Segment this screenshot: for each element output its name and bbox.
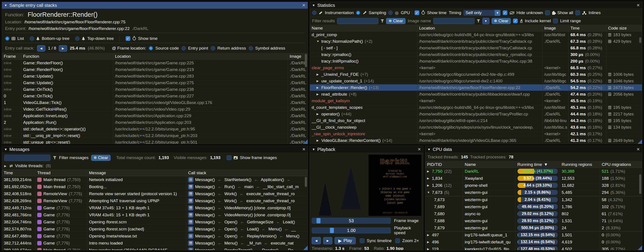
table-row[interactable]: 7,689wezterm-gui49.46 ms (0.20%)1,786102… [425, 203, 642, 210]
close-icon[interactable]: ✕ [302, 147, 306, 152]
table-row[interactable]: 382,449,712nsGame(7,776)VRAM 37x45: 13 +… [2, 204, 308, 212]
radio-list[interactable] [5, 36, 10, 41]
filter-results-input[interactable] [337, 18, 378, 24]
view-mode-top-down[interactable]: Top-down tree [75, 36, 114, 41]
cpu-table-header[interactable]: PID/TIDNameRunning time ▼Running regions… [425, 161, 642, 168]
frame-image-slider[interactable]: 53 [312, 218, 391, 224]
table-row[interactable]: 1VideoGLBase::Tick()/home/wolf/darkrl/sr… [2, 99, 308, 106]
table-row[interactable]: ▶1,834Xwayland9.57 s (39.44%)12,553188(1… [425, 175, 642, 182]
show-time-checkbox[interactable]: ✓ [126, 36, 130, 41]
next-call-stack-button[interactable]: ▶ [59, 45, 67, 52]
column-header[interactable]: Running regions [560, 162, 600, 168]
expand-icon[interactable]: ▶ [4, 164, 7, 168]
playback-speed-slider[interactable]: 1.00 [312, 227, 391, 234]
table-row[interactable]: 381,559,214nsMain thread(7,750)Network i… [2, 176, 308, 183]
prev-frame-button[interactable]: ◀ [312, 237, 321, 244]
samples-scrollbar[interactable] [305, 54, 307, 67]
inlines-toggle[interactable]: ✓ Inlines [575, 10, 600, 15]
column-header[interactable]: Frame [2, 53, 21, 60]
cpu-titlebar[interactable]: ▼ CPU data ✕ [425, 146, 642, 153]
table-row[interactable]: 7,679wezterm-gui500.94 µs (0.00%)242(8.3… [425, 224, 642, 232]
visible-threads-label[interactable]: Visible threads: [15, 164, 44, 168]
statistics-scrollbar[interactable] [639, 37, 641, 43]
table-row[interactable]: ▶read_attribute(+8)/home/wolf/darkrl/con… [310, 91, 642, 98]
table-row[interactable]: 7,673wezterm-gui2.04 s (8.41%)1,34258(4.… [425, 196, 642, 203]
cpu-scrollbar[interactable] [639, 174, 641, 194]
column-header[interactable]: Function [21, 53, 113, 60]
radio-entry-point[interactable] [182, 46, 186, 50]
radio-instrumentation[interactable] [312, 10, 316, 15]
radio-top-down[interactable] [75, 36, 80, 41]
message-icon[interactable] [188, 226, 194, 232]
column-header[interactable]: Location [417, 25, 542, 31]
expand-icon[interactable]: ▼ [316, 40, 320, 43]
message-icon[interactable] [188, 240, 194, 246]
next-frame-button[interactable]: ▶ [323, 237, 332, 244]
messages-titlebar[interactable]: ▼ Messages ✕ [2, 146, 308, 153]
column-header[interactable]: Name [310, 25, 417, 31]
table-row[interactable]: tracy::rpmalloc()/home/wolf/darkrl/contr… [310, 51, 642, 58]
close-icon[interactable]: ✕ [302, 3, 306, 8]
message-icon[interactable] [188, 191, 194, 196]
expand-icon[interactable]: ▶ [427, 170, 430, 173]
mode-sampling[interactable]: Sampling [356, 10, 386, 15]
message-filter-input[interactable] [4, 155, 50, 161]
table-row[interactable]: 382,481,766nsGame(7,776)VRAM 43x45: 15 +… [2, 212, 308, 218]
table-row[interactable]: _raw_spin_unlock_irqrestore<kernel><kern… [310, 131, 642, 137]
hide-unknown-checkbox[interactable]: ✓ [502, 10, 508, 15]
table-row[interactable]: 382,428,269nsRemoteView(7,775)Attempting… [2, 197, 308, 204]
table-row[interactable]: ▶operator()(+44)/home/wolf/darkrl/contri… [310, 111, 642, 118]
sync-timeline-checkbox[interactable]: ✓ [360, 238, 364, 243]
entry-point-value[interactable]: /home/wolf/darkrl/src/game/floor/FloorRe… [28, 26, 130, 31]
collapse-icon[interactable]: ▼ [428, 148, 430, 151]
table-row[interactable]: ▶119kworker/u17:0+i915_flip127.48 ms (0.… [425, 246, 642, 250]
message-icon[interactable] [188, 248, 194, 250]
table-row[interactable]: inlineGame::OnTick()/home/wolf/darkrl/sr… [2, 86, 308, 93]
statistics-resize-grip[interactable] [638, 140, 642, 144]
funnel-icon[interactable] [477, 20, 480, 22]
table-row[interactable]: ▶uw_update_context_1(+14)/usr/src/debug/… [310, 78, 642, 84]
frame-location-entry-point[interactable]: Entry point [182, 46, 208, 51]
message-icon[interactable] [188, 205, 194, 210]
table-row[interactable]: clear_page_erms<kernel><kernel>66.5 ms(0… [310, 64, 642, 71]
message-icon[interactable] [188, 220, 194, 225]
table-row[interactable]: 381,692,052nsMain thread(7,750)Booting..… [2, 183, 308, 190]
column-header[interactable]: Message [87, 170, 186, 176]
show-all-toggle[interactable]: ✓ Show all [545, 10, 573, 15]
clear-filter-button[interactable]: ⊗Clear [386, 18, 406, 24]
table-row[interactable]: 2Application::Run()/home/wolf/darkrl/src… [2, 119, 308, 126]
expand-icon[interactable]: ▶ [427, 177, 430, 180]
table-row[interactable]: inlinestd::unique_ptr<>::reset()/usr/inc… [2, 139, 308, 144]
table-row[interactable]: ▶496irq/175-iwlwifi:default_qu132.14 ms … [425, 238, 642, 246]
expand-icon[interactable]: ▶ [427, 233, 430, 236]
column-header[interactable]: PID/TID [425, 162, 463, 168]
table-row[interactable]: __GI__clock_nanosleep/usr/src/debug/glib… [310, 124, 642, 131]
column-header[interactable]: Running time ▼ [516, 162, 560, 168]
table-row[interactable]: inlineGame::Update()/home/wolf/darkrl/sr… [2, 80, 308, 86]
table-row[interactable]: 382,504,746nsGame(7,776)Opening /forest.… [2, 218, 308, 226]
table-row[interactable]: ▶_Unwind_Find_FDE(+7)/usr/src/debug/gcc/… [310, 71, 642, 78]
table-row[interactable]: __GI_dl_find_dso_for_object/usr/src/debu… [310, 118, 642, 124]
expand-icon[interactable]: ▶ [316, 73, 320, 76]
table-row[interactable]: ▶VideoGLBase::RenderContent()(+14)/home/… [310, 137, 642, 144]
prev-call-stack-button[interactable]: ◀ [37, 45, 45, 52]
collapse-icon[interactable]: ▼ [312, 148, 315, 151]
funnel-icon[interactable] [53, 156, 56, 159]
samples-titlebar[interactable]: ▼ Sample entry call stacks ✕ [2, 2, 308, 9]
funnel-icon[interactable] [380, 20, 384, 22]
close-icon[interactable]: ✕ [636, 3, 640, 8]
show-time-checkbox[interactable]: ✓ [414, 10, 419, 15]
inlines-checkbox[interactable]: ✓ [575, 10, 580, 15]
statistics-table-header[interactable]: NameLocationImageTimeCode size [310, 25, 642, 32]
message-icon[interactable] [188, 212, 194, 218]
clear-messages-filter-button[interactable]: ⊗Clear [91, 155, 110, 161]
timing-dropdown[interactable]: Self only ▼ [464, 10, 500, 16]
column-header[interactable]: CPU migrations [600, 162, 642, 168]
image-name-input[interactable] [433, 18, 475, 24]
column-header[interactable]: Name [463, 162, 516, 168]
table-row[interactable]: 382,647,488nsGame(7,776)Opening /meta/re… [2, 232, 308, 240]
column-header[interactable]: Thread [36, 170, 87, 176]
expand-icon[interactable]: ▶ [427, 184, 430, 187]
expand-icon[interactable]: ▼ [427, 191, 430, 194]
table-row[interactable]: inlineGame::RenderFloor()/home/wolf/dark… [2, 66, 308, 73]
